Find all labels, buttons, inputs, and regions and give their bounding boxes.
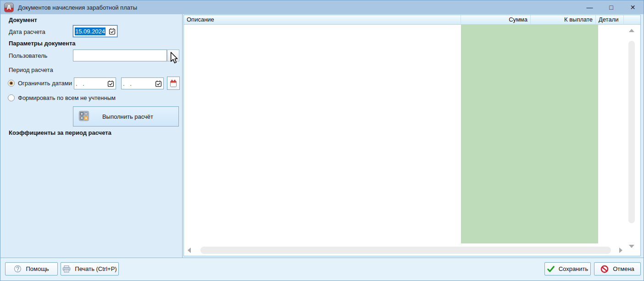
app-icon-letter: A [6, 4, 11, 11]
printer-icon [62, 265, 71, 273]
save-button[interactable]: Сохранить [544, 262, 591, 275]
help-label: Помощь [26, 265, 49, 272]
radio-all-unaccounted-label[interactable]: Формировать по всем не учтенным [18, 94, 116, 101]
save-label: Сохранить [559, 265, 588, 272]
calendar-icon[interactable] [155, 80, 162, 87]
radio-limit-dates-label[interactable]: Ограничить датами [18, 80, 72, 87]
radio-circle[interactable] [8, 80, 15, 87]
vertical-scroll-thumb[interactable] [628, 41, 635, 223]
period-calendar-button[interactable] [167, 77, 180, 90]
section-document: Документ [9, 17, 37, 23]
titlebar: A Документов начисления заработной платы… [0, 0, 644, 14]
calc-date-label: Дата расчета [9, 28, 45, 35]
radio-circle[interactable] [8, 94, 15, 101]
user-label: Пользователь [9, 52, 47, 59]
section-params: Параметры документа [9, 40, 76, 47]
window-controls: — □ ✕ [579, 0, 644, 14]
form-panel: Документ Дата расчета 15.09.2024 Парамет… [0, 14, 183, 258]
mouse-cursor [170, 52, 178, 65]
print-button[interactable]: Печать (Ctrl+P) [61, 262, 119, 275]
scroll-up-arrow-icon[interactable] [629, 29, 634, 32]
period-label: Период расчета [9, 66, 53, 73]
user-input[interactable] [73, 50, 167, 61]
scroll-down-arrow-icon[interactable] [629, 245, 634, 248]
horizontal-scrollbar[interactable] [187, 247, 622, 254]
radio-limit-dates[interactable]: Ограничить датами [8, 80, 72, 87]
calendar-icon[interactable] [109, 28, 116, 35]
run-calculation-button[interactable]: Выполнить расчёт [73, 106, 179, 127]
date-to-input[interactable]: . . [121, 77, 164, 89]
calculator-icon [79, 111, 89, 122]
print-label: Печать (Ctrl+P) [75, 265, 117, 272]
run-calculation-label: Выполнить расчёт [95, 113, 160, 120]
date-from-input[interactable]: . . [74, 77, 116, 89]
calc-date-input[interactable]: 15.09.2024 [73, 25, 117, 37]
horizontal-scroll-thumb[interactable] [200, 247, 611, 254]
calc-date-value: 15.09.2024 [75, 28, 105, 35]
app-icon: A [4, 3, 14, 12]
column-header-description[interactable]: Описание [184, 15, 461, 25]
main-area: Документ Дата расчета 15.09.2024 Парамет… [0, 14, 644, 258]
dialog-window: A Документов начисления заработной платы… [0, 0, 644, 281]
table-header-row: Описание Сумма К выплате Детали [184, 15, 640, 25]
date-from-value: . . [76, 80, 86, 87]
results-table: Описание Сумма К выплате Детали [183, 15, 641, 256]
prohibition-icon [600, 265, 609, 273]
green-data-area [461, 25, 598, 243]
help-button[interactable]: Помощь [5, 262, 58, 275]
column-header-details[interactable]: Детали [596, 15, 624, 25]
cancel-button[interactable]: Отмена [594, 262, 641, 275]
red-calendar-icon [170, 79, 177, 88]
scroll-left-arrow-icon[interactable] [188, 248, 191, 253]
cancel-label: Отмена [613, 265, 634, 272]
close-button[interactable]: ✕ [622, 0, 644, 14]
help-icon [14, 265, 22, 273]
checkmark-icon [547, 266, 555, 272]
section-coefficients: Коэффициенты за период расчета [9, 129, 111, 136]
calendar-icon[interactable] [107, 80, 114, 87]
footer-bar: Помощь Печать (Ctrl+P) Сохранить Отмен [0, 258, 644, 281]
scroll-right-arrow-icon[interactable] [619, 248, 622, 253]
maximize-button[interactable]: □ [600, 0, 622, 14]
window-title: Документов начисления заработной платы [18, 4, 137, 11]
radio-all-unaccounted[interactable]: Формировать по всем не учтенным [8, 94, 116, 101]
minimize-button[interactable]: — [579, 0, 600, 14]
column-header-payable[interactable]: К выплате [531, 15, 596, 25]
column-header-sum[interactable]: Сумма [461, 15, 531, 25]
column-header-empty [624, 15, 640, 25]
date-to-value: . . [123, 80, 133, 87]
vertical-scrollbar[interactable] [627, 29, 636, 248]
